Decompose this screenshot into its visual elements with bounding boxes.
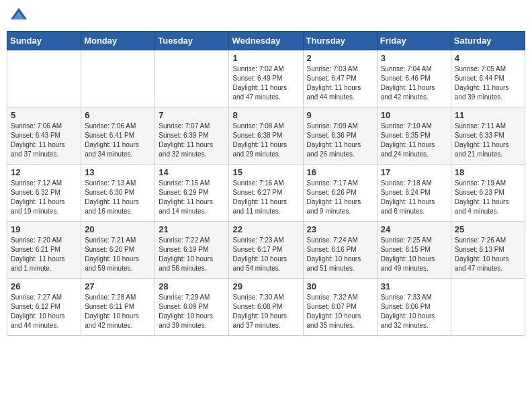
day-info: Sunrise: 7:30 AM Sunset: 6:08 PM Dayligh…: [232, 293, 299, 330]
day-number: 18: [455, 167, 521, 177]
day-number: 12: [11, 167, 77, 177]
calendar-cell: 3Sunrise: 7:04 AM Sunset: 6:46 PM Daylig…: [377, 50, 451, 107]
logo-icon: [9, 7, 28, 26]
calendar-cell: 21Sunrise: 7:22 AM Sunset: 6:19 PM Dayli…: [155, 222, 229, 279]
day-number: 25: [455, 224, 521, 234]
day-info: Sunrise: 7:29 AM Sunset: 6:09 PM Dayligh…: [159, 293, 225, 330]
calendar-cell: 8Sunrise: 7:08 AM Sunset: 6:38 PM Daylig…: [229, 107, 303, 165]
day-info: Sunrise: 7:05 AM Sunset: 6:44 PM Dayligh…: [455, 64, 521, 102]
day-info: Sunrise: 7:33 AM Sunset: 6:06 PM Dayligh…: [381, 293, 447, 330]
day-info: Sunrise: 7:21 AM Sunset: 6:20 PM Dayligh…: [85, 236, 151, 273]
calendar-cell: 18Sunrise: 7:19 AM Sunset: 6:23 PM Dayli…: [451, 165, 525, 222]
day-number: 26: [11, 281, 77, 291]
day-number: 17: [381, 167, 447, 177]
day-number: 15: [232, 167, 299, 177]
day-number: 11: [455, 110, 521, 120]
day-info: Sunrise: 7:19 AM Sunset: 6:23 PM Dayligh…: [455, 179, 521, 216]
calendar-week-row: 5Sunrise: 7:06 AM Sunset: 6:43 PM Daylig…: [7, 107, 525, 165]
calendar-cell: [81, 50, 155, 107]
calendar-week-row: 19Sunrise: 7:20 AM Sunset: 6:21 PM Dayli…: [7, 222, 525, 279]
column-header-monday: Monday: [81, 32, 155, 50]
day-info: Sunrise: 7:22 AM Sunset: 6:19 PM Dayligh…: [159, 236, 225, 273]
calendar-header-row: SundayMondayTuesdayWednesdayThursdayFrid…: [7, 32, 525, 50]
day-number: 30: [307, 281, 373, 291]
day-number: 21: [159, 224, 225, 234]
calendar-cell: 6Sunrise: 7:06 AM Sunset: 6:41 PM Daylig…: [81, 107, 155, 165]
day-info: Sunrise: 7:07 AM Sunset: 6:39 PM Dayligh…: [159, 122, 225, 159]
day-number: 13: [85, 167, 151, 177]
day-info: Sunrise: 7:03 AM Sunset: 6:47 PM Dayligh…: [307, 64, 373, 102]
calendar-week-row: 26Sunrise: 7:27 AM Sunset: 6:12 PM Dayli…: [7, 279, 525, 336]
day-info: Sunrise: 7:15 AM Sunset: 6:29 PM Dayligh…: [159, 179, 225, 216]
day-number: 22: [232, 224, 299, 234]
day-number: 16: [307, 167, 373, 177]
column-header-friday: Friday: [377, 32, 451, 50]
column-header-saturday: Saturday: [451, 32, 525, 50]
calendar-cell: [451, 279, 525, 336]
day-info: Sunrise: 7:12 AM Sunset: 6:32 PM Dayligh…: [11, 179, 77, 216]
day-info: Sunrise: 7:08 AM Sunset: 6:38 PM Dayligh…: [232, 122, 299, 159]
day-number: 14: [159, 167, 225, 177]
day-number: 27: [85, 281, 151, 291]
day-info: Sunrise: 7:10 AM Sunset: 6:35 PM Dayligh…: [381, 122, 447, 159]
calendar-cell: 1Sunrise: 7:02 AM Sunset: 6:49 PM Daylig…: [229, 50, 303, 107]
calendar-cell: 15Sunrise: 7:16 AM Sunset: 6:27 PM Dayli…: [229, 165, 303, 222]
calendar-cell: 12Sunrise: 7:12 AM Sunset: 6:32 PM Dayli…: [7, 165, 81, 222]
day-number: 9: [307, 110, 373, 120]
day-number: 3: [381, 53, 447, 63]
day-number: 23: [307, 224, 373, 234]
calendar-cell: 31Sunrise: 7:33 AM Sunset: 6:06 PM Dayli…: [377, 279, 451, 336]
day-number: 20: [85, 224, 151, 234]
day-info: Sunrise: 7:23 AM Sunset: 6:17 PM Dayligh…: [232, 236, 299, 273]
day-number: 31: [381, 281, 447, 291]
calendar-cell: 9Sunrise: 7:09 AM Sunset: 6:36 PM Daylig…: [303, 107, 377, 165]
day-info: Sunrise: 7:02 AM Sunset: 6:49 PM Dayligh…: [232, 64, 299, 102]
calendar-cell: 17Sunrise: 7:18 AM Sunset: 6:24 PM Dayli…: [377, 165, 451, 222]
day-number: 24: [381, 224, 447, 234]
calendar-week-row: 12Sunrise: 7:12 AM Sunset: 6:32 PM Dayli…: [7, 165, 525, 222]
calendar-cell: 7Sunrise: 7:07 AM Sunset: 6:39 PM Daylig…: [155, 107, 229, 165]
column-header-thursday: Thursday: [303, 32, 377, 50]
calendar-cell: [155, 50, 229, 107]
day-info: Sunrise: 7:17 AM Sunset: 6:26 PM Dayligh…: [307, 179, 373, 216]
day-info: Sunrise: 7:11 AM Sunset: 6:33 PM Dayligh…: [455, 122, 521, 159]
calendar-table: SundayMondayTuesdayWednesdayThursdayFrid…: [7, 31, 525, 336]
calendar-cell: 13Sunrise: 7:13 AM Sunset: 6:30 PM Dayli…: [81, 165, 155, 222]
calendar-cell: 5Sunrise: 7:06 AM Sunset: 6:43 PM Daylig…: [7, 107, 81, 165]
calendar-cell: 14Sunrise: 7:15 AM Sunset: 6:29 PM Dayli…: [155, 165, 229, 222]
calendar-cell: 30Sunrise: 7:32 AM Sunset: 6:07 PM Dayli…: [303, 279, 377, 336]
day-info: Sunrise: 7:06 AM Sunset: 6:41 PM Dayligh…: [85, 122, 151, 159]
day-info: Sunrise: 7:16 AM Sunset: 6:27 PM Dayligh…: [232, 179, 299, 216]
calendar-cell: 22Sunrise: 7:23 AM Sunset: 6:17 PM Dayli…: [229, 222, 303, 279]
calendar-cell: 20Sunrise: 7:21 AM Sunset: 6:20 PM Dayli…: [81, 222, 155, 279]
calendar-cell: 28Sunrise: 7:29 AM Sunset: 6:09 PM Dayli…: [155, 279, 229, 336]
day-number: 7: [159, 110, 225, 120]
day-info: Sunrise: 7:09 AM Sunset: 6:36 PM Dayligh…: [307, 122, 373, 159]
day-info: Sunrise: 7:06 AM Sunset: 6:43 PM Dayligh…: [11, 122, 77, 159]
column-header-sunday: Sunday: [7, 32, 81, 50]
day-number: 2: [307, 53, 373, 63]
calendar-week-row: 1Sunrise: 7:02 AM Sunset: 6:49 PM Daylig…: [7, 50, 525, 107]
calendar-cell: 23Sunrise: 7:24 AM Sunset: 6:16 PM Dayli…: [303, 222, 377, 279]
day-info: Sunrise: 7:32 AM Sunset: 6:07 PM Dayligh…: [307, 293, 373, 330]
calendar-cell: 26Sunrise: 7:27 AM Sunset: 6:12 PM Dayli…: [7, 279, 81, 336]
column-header-tuesday: Tuesday: [155, 32, 229, 50]
logo: [9, 7, 31, 26]
day-number: 29: [232, 281, 299, 291]
day-info: Sunrise: 7:13 AM Sunset: 6:30 PM Dayligh…: [85, 179, 151, 216]
calendar-cell: 24Sunrise: 7:25 AM Sunset: 6:15 PM Dayli…: [377, 222, 451, 279]
calendar-cell: [7, 50, 81, 107]
calendar-cell: 2Sunrise: 7:03 AM Sunset: 6:47 PM Daylig…: [303, 50, 377, 107]
calendar-cell: 27Sunrise: 7:28 AM Sunset: 6:11 PM Dayli…: [81, 279, 155, 336]
day-number: 8: [232, 110, 299, 120]
calendar-cell: 19Sunrise: 7:20 AM Sunset: 6:21 PM Dayli…: [7, 222, 81, 279]
calendar-cell: 11Sunrise: 7:11 AM Sunset: 6:33 PM Dayli…: [451, 107, 525, 165]
day-info: Sunrise: 7:25 AM Sunset: 6:15 PM Dayligh…: [381, 236, 447, 273]
day-number: 19: [11, 224, 77, 234]
day-info: Sunrise: 7:24 AM Sunset: 6:16 PM Dayligh…: [307, 236, 373, 273]
day-number: 5: [11, 110, 77, 120]
calendar-cell: 29Sunrise: 7:30 AM Sunset: 6:08 PM Dayli…: [229, 279, 303, 336]
calendar-cell: 25Sunrise: 7:26 AM Sunset: 6:13 PM Dayli…: [451, 222, 525, 279]
day-number: 1: [232, 53, 299, 63]
day-info: Sunrise: 7:28 AM Sunset: 6:11 PM Dayligh…: [85, 293, 151, 330]
